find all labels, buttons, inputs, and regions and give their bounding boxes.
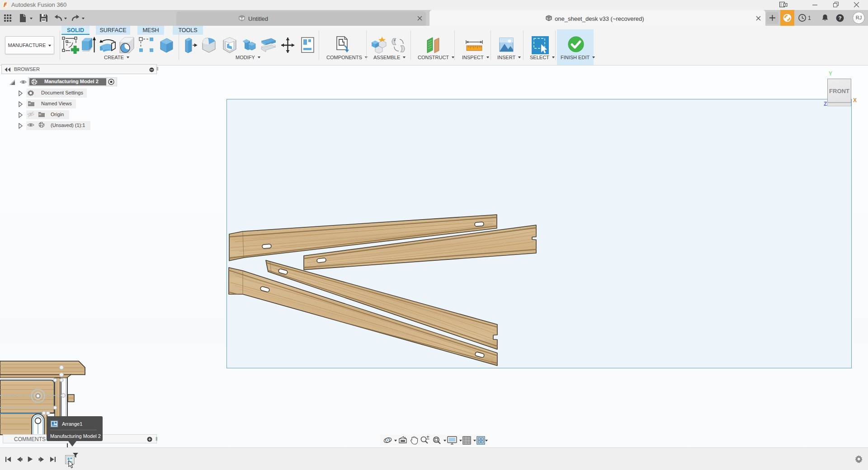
svg-text:?: ?: [838, 15, 841, 21]
